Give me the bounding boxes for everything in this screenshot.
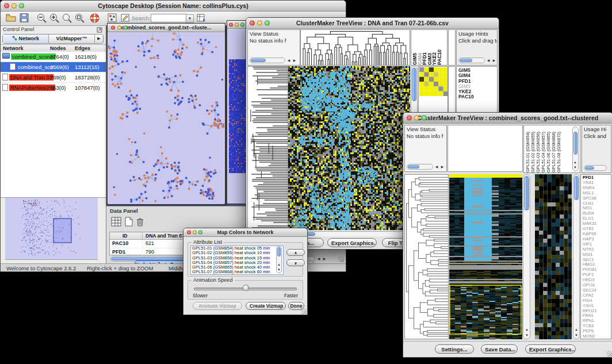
scroll-right-arrow[interactable]: ▶ [292,58,297,63]
zoom-button[interactable] [19,3,24,9]
network-view-2-title-bar[interactable] [227,21,247,29]
resize-grip[interactable] [338,256,344,262]
dialog-title-bar[interactable]: Map Colors to Network [183,228,307,237]
col-edges[interactable]: Edges [75,45,90,52]
move-up-button[interactable]: ∧ [286,249,305,256]
col-nodes[interactable]: Nodes [50,45,66,52]
tv2-gene-vscrollbar[interactable]: ▲ ▼ [573,174,580,339]
tv2-resize-grip[interactable] [606,351,612,357]
tv1-hints-hscrollbar[interactable] [458,58,485,63]
annotation-icon[interactable] [120,13,131,23]
tab-network[interactable]: Network [3,35,49,43]
tv2-hints-hscrollbar[interactable] [584,165,607,171]
scroll-up-arrow[interactable]: ▲ [573,327,579,332]
tab-overflow-arrow[interactable]: ▶ [95,35,103,43]
data-col-id[interactable]: ID [123,232,128,239]
close-button[interactable] [407,116,412,121]
scroll-down-arrow[interactable]: ▼ [276,267,282,272]
tv1-correlation-matrix[interactable] [419,67,448,96]
new-document-icon[interactable] [124,217,133,227]
create-vizmap-button[interactable]: Create Vizmap [246,302,286,310]
minimize-button[interactable] [117,26,121,30]
tv2-row-dendrogram[interactable] [405,175,448,339]
scroll-right-arrow[interactable]: ▶ [322,256,327,261]
close-button[interactable] [187,231,191,235]
tv1-heatmap[interactable] [288,66,410,230]
minimize-button[interactable] [193,231,197,235]
save-data-button[interactable]: Save Data... [481,344,518,354]
settings-button[interactable]: Settings... [435,344,474,354]
scroll-left-arrow[interactable]: ◀ [485,58,491,63]
network-list-row[interactable]: combined_sco 2569(6) 13112(15) [1,62,106,72]
dense-cluster-canvas[interactable] [228,29,246,204]
close-button[interactable] [229,22,233,26]
zoom-out-icon[interactable] [36,13,47,24]
animate-vizmap-button[interactable]: Animate Vizmap [193,302,242,310]
scroll-up-arrow[interactable]: ▲ [524,327,530,332]
scroll-left-arrow[interactable]: ◀ [434,164,439,169]
scroll-left-arrow[interactable]: ◀ [316,256,322,261]
tv2-status-hscrollbar[interactable] [407,164,433,170]
float-panel-icon[interactable] [97,27,102,33]
tv2-global-heatmap[interactable] [449,174,522,339]
table-import-icon[interactable] [196,13,206,23]
network-list-row[interactable]: combined_scores 2764(0) 16218(0) [1,52,106,62]
attribute-list-vscrollbar[interactable]: ▲ ▼ [276,246,282,273]
scroll-up-arrow[interactable]: ▲ [572,160,578,164]
treeview1-title-bar[interactable]: ClusterMaker TreeView : DNA and Tran 07-… [246,18,499,29]
scroll-right-arrow[interactable]: ▶ [491,58,497,63]
tv2-labels-vscrollbar[interactable]: ▲ ▼ [572,127,579,171]
export-graphics-button[interactable]: Export Graphics... [525,344,576,354]
tv1-column-dendrogram[interactable] [301,30,410,65]
minimize-button[interactable] [12,3,17,9]
tv1-gene-label[interactable]: PAC10 [458,94,497,99]
main-title-bar[interactable]: Cytoscape Desktop (Session Name: collins… [1,1,346,12]
zoom-selected-icon[interactable] [62,13,72,24]
move-down-button[interactable]: ∨ [286,259,305,266]
scroll-right-arrow[interactable]: ▶ [439,164,445,169]
tab-vizmapper[interactable]: VizMapper™ [49,35,95,43]
tv1-row-dendrogram[interactable] [248,67,288,229]
zoom-button[interactable] [124,26,128,30]
tv2-gene-label[interactable]: MON2 [583,334,611,339]
attribute-list-item[interactable]: GPL51-07 (GSM868) heat shock 60 min [191,270,283,274]
save-icon[interactable] [19,13,29,23]
minimize-button[interactable] [414,116,419,121]
help-lifesaver-icon[interactable] [89,13,100,24]
zoom-button[interactable] [265,21,270,26]
attribute-list[interactable]: GPL51-01 (GSM854) heat shock 05 minGPL51… [190,246,284,275]
close-button[interactable] [4,3,9,9]
table-grid-icon[interactable] [111,217,121,227]
search-input[interactable] [151,14,186,22]
tv2-zoom-heatmap[interactable] [535,174,572,339]
zoom-button[interactable] [422,116,427,121]
zoom-button[interactable] [198,231,202,235]
scroll-up-arrow[interactable]: ▲ [276,262,282,267]
birdseye-view[interactable] [5,197,98,260]
close-button[interactable] [111,26,115,30]
col-network[interactable]: Network [3,45,24,52]
close-button[interactable] [250,21,255,26]
scroll-left-arrow[interactable]: ◀ [286,58,292,63]
scroll-down-arrow[interactable]: ▼ [573,333,579,338]
network-canvas[interactable] [108,33,224,204]
open-folder-icon[interactable] [5,13,17,23]
network-list-row[interactable]: DNA and Tran 07 769(0) 183728(0) [1,72,106,83]
zoom-button[interactable] [240,22,244,26]
scroll-down-arrow[interactable]: ▼ [572,165,578,170]
minimize-button[interactable] [235,22,239,26]
export-graphics-button[interactable]: Export Graphics... [327,238,377,247]
dialog-resize-grip[interactable] [301,308,307,314]
minimize-button[interactable] [257,21,262,26]
treeview2-title-bar[interactable]: ClusterMaker TreeView : combined_scores_… [403,113,612,124]
trash-icon[interactable] [136,217,144,227]
scroll-down-arrow[interactable]: ▼ [524,333,530,338]
network-view-title-bar[interactable]: combined_scores_good.txt--cluste... [108,24,225,32]
tv2-global-vscrollbar[interactable]: ▲ ▼ [523,174,530,339]
zoom-fit-icon[interactable] [74,13,85,24]
speed-slider-thumb[interactable] [243,285,249,291]
search-dropdown-arrow[interactable]: ▼ [186,14,194,23]
zoom-in-icon[interactable] [49,13,60,24]
vizmapper-icon[interactable] [107,13,117,23]
tv1-status-hscrollbar[interactable] [250,58,285,63]
